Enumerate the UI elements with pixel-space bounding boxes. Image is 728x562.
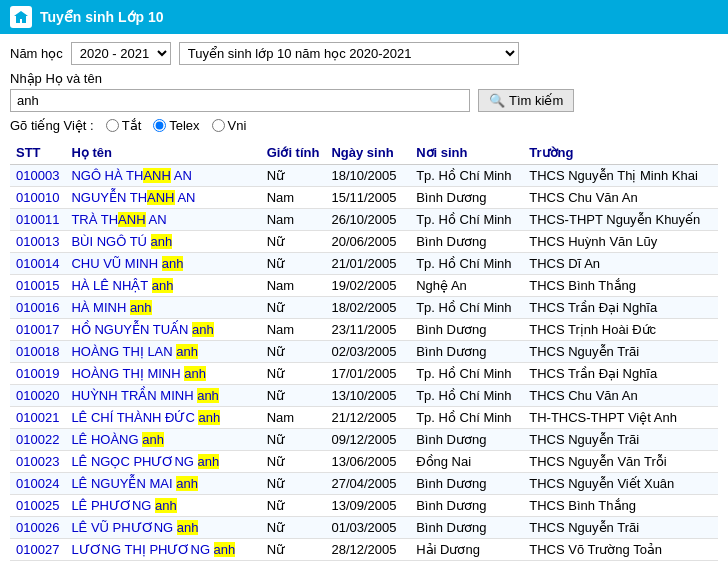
name-link[interactable]: LƯƠNG THỊ PHƯƠNG anh: [71, 542, 235, 557]
school-cell: THCS Chu Văn An: [523, 187, 718, 209]
name-after: AN: [146, 212, 167, 227]
name-link[interactable]: HOÀNG THỊ LAN anh: [71, 344, 198, 359]
dob-cell: 13/06/2005: [325, 451, 410, 473]
name-link[interactable]: NGÔ HÀ THANH AN: [71, 168, 191, 183]
name-before: HỒ NGUYỄN TUẤN: [71, 322, 192, 337]
name-before: LÊ NGUYỄN MAI: [71, 476, 176, 491]
stt-link[interactable]: 010020: [16, 388, 59, 403]
radio-vni[interactable]: [212, 119, 225, 132]
noi-sinh-cell: Bình Dương: [410, 517, 523, 539]
gender-cell: Nữ: [261, 539, 326, 561]
name-link[interactable]: LÊ CHÍ THÀNH ĐỨC anh: [71, 410, 220, 425]
name-link[interactable]: HỒ NGUYỄN TUẤN anh: [71, 322, 213, 337]
nam-hoc-select[interactable]: 2020 - 2021: [71, 42, 171, 65]
noi-sinh-cell: Tp. Hồ Chí Minh: [410, 297, 523, 319]
col-header-gender: Giới tính: [261, 141, 326, 165]
table-row: 010016HÀ MINH anhNữ18/02/2005Tp. Hồ Chí …: [10, 297, 718, 319]
col-header-name: Họ tên: [65, 141, 260, 165]
stt-link[interactable]: 010022: [16, 432, 59, 447]
name-link[interactable]: TRÀ THANH AN: [71, 212, 166, 227]
dob-cell: 19/02/2005: [325, 275, 410, 297]
tuyen-sinh-select[interactable]: Tuyển sinh lớp 10 năm học 2020-2021: [179, 42, 519, 65]
name-link[interactable]: HUỲNH TRẦN MINH anh: [71, 388, 218, 403]
dob-cell: 23/11/2005: [325, 319, 410, 341]
stt-link[interactable]: 010018: [16, 344, 59, 359]
name-link[interactable]: CHU VŨ MINH anh: [71, 256, 183, 271]
form-row-1: Năm học 2020 - 2021 Tuyển sinh lớp 10 nă…: [10, 42, 718, 65]
noi-sinh-cell: Nghệ An: [410, 275, 523, 297]
radio-tat-label[interactable]: Tắt: [106, 118, 142, 133]
school-cell: THCS Võ Trường Toản: [523, 539, 718, 561]
table-row: 010014CHU VŨ MINH anhNữ21/01/2005Tp. Hồ …: [10, 253, 718, 275]
stt-link[interactable]: 010019: [16, 366, 59, 381]
school-cell: THCS Nguyễn Trãi: [523, 517, 718, 539]
name-before: HÀ MINH: [71, 300, 130, 315]
gender-cell: Nữ: [261, 231, 326, 253]
stt-link[interactable]: 010010: [16, 190, 59, 205]
dob-cell: 18/10/2005: [325, 165, 410, 187]
search-input[interactable]: [10, 89, 470, 112]
stt-link[interactable]: 010017: [16, 322, 59, 337]
name-before: LÊ VŨ PHƯƠNG: [71, 520, 176, 535]
form-row-2: Nhập Họ và tên: [10, 71, 718, 86]
name-link[interactable]: LÊ HOÀNG anh: [71, 432, 164, 447]
dob-cell: 18/02/2005: [325, 297, 410, 319]
name-link[interactable]: LÊ PHƯƠNG anh: [71, 498, 176, 513]
name-link[interactable]: HÀ MINH anh: [71, 300, 151, 315]
name-highlight: ANH: [147, 190, 174, 205]
name-after: AN: [175, 190, 196, 205]
stt-link[interactable]: 010027: [16, 542, 59, 557]
name-link[interactable]: BÙI NGÔ TÚ anh: [71, 234, 172, 249]
table-body: 010003NGÔ HÀ THANH ANNữ18/10/2005Tp. Hồ …: [10, 165, 718, 561]
table-row: 010010NGUYỄN THANH ANNam15/11/2005Bình D…: [10, 187, 718, 209]
gender-cell: Nữ: [261, 363, 326, 385]
stt-link[interactable]: 010011: [16, 212, 59, 227]
dob-cell: 17/01/2005: [325, 363, 410, 385]
stt-link[interactable]: 010023: [16, 454, 59, 469]
stt-link[interactable]: 010014: [16, 256, 59, 271]
radio-tat[interactable]: [106, 119, 119, 132]
radio-telex[interactable]: [153, 119, 166, 132]
stt-link[interactable]: 010013: [16, 234, 59, 249]
gender-cell: Nam: [261, 209, 326, 231]
school-cell: THCS Nguyễn Trãi: [523, 341, 718, 363]
stt-link[interactable]: 010016: [16, 300, 59, 315]
name-link[interactable]: HÀ LÊ NHẬT anh: [71, 278, 173, 293]
stt-link[interactable]: 010026: [16, 520, 59, 535]
gender-cell: Nữ: [261, 385, 326, 407]
stt-link[interactable]: 010024: [16, 476, 59, 491]
dob-cell: 13/10/2005: [325, 385, 410, 407]
nhap-label: Nhập Họ và tên: [10, 71, 102, 86]
stt-link[interactable]: 010015: [16, 278, 59, 293]
table-row: 010015HÀ LÊ NHẬT anhNam19/02/2005Nghệ An…: [10, 275, 718, 297]
stt-link[interactable]: 010021: [16, 410, 59, 425]
name-link[interactable]: LÊ NGUYỄN MAI anh: [71, 476, 198, 491]
name-link[interactable]: LÊ VŨ PHƯƠNG anh: [71, 520, 198, 535]
noi-sinh-cell: Tp. Hồ Chí Minh: [410, 209, 523, 231]
col-header-school: Trường: [523, 141, 718, 165]
school-cell: THCS Bình Thắng: [523, 275, 718, 297]
school-cell: THCS Nguyễn Thị Minh Khai: [523, 165, 718, 187]
name-highlight: anh: [198, 410, 220, 425]
table-row: 010022LÊ HOÀNG anhNữ09/12/2005Bình Dương…: [10, 429, 718, 451]
school-cell: THCS Nguyễn Trãi: [523, 429, 718, 451]
table-header-row: STT Họ tên Giới tính Ngày sinh Nơi sinh …: [10, 141, 718, 165]
name-before: LÊ HOÀNG: [71, 432, 142, 447]
name-link[interactable]: HOÀNG THỊ MINH anh: [71, 366, 206, 381]
noi-sinh-cell: Tp. Hồ Chí Minh: [410, 165, 523, 187]
title-bar: Tuyển sinh Lớp 10: [0, 0, 728, 34]
name-link[interactable]: NGUYỄN THANH AN: [71, 190, 195, 205]
school-cell: THCS Trịnh Hoài Đức: [523, 319, 718, 341]
stt-link[interactable]: 010025: [16, 498, 59, 513]
radio-vni-label[interactable]: Vni: [212, 118, 247, 133]
search-button[interactable]: 🔍 Tìm kiếm: [478, 89, 574, 112]
dob-cell: 21/01/2005: [325, 253, 410, 275]
radio-telex-label[interactable]: Telex: [153, 118, 199, 133]
dob-cell: 27/04/2005: [325, 473, 410, 495]
name-highlight: anh: [130, 300, 152, 315]
main-content: Năm học 2020 - 2021 Tuyển sinh lớp 10 nă…: [0, 34, 728, 562]
name-highlight: anh: [162, 256, 184, 271]
stt-link[interactable]: 010003: [16, 168, 59, 183]
dob-cell: 21/12/2005: [325, 407, 410, 429]
name-link[interactable]: LÊ NGỌC PHƯƠNG anh: [71, 454, 219, 469]
